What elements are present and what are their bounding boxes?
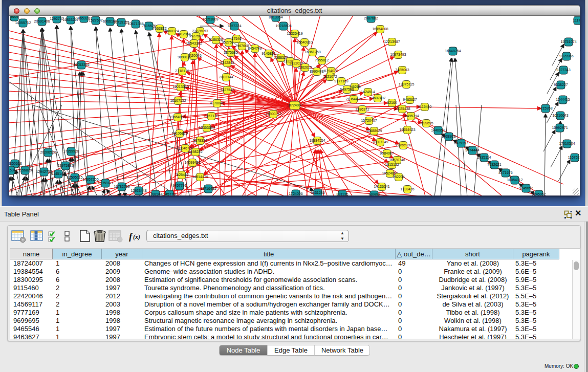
svg-text:8813054: 8813054 bbox=[269, 16, 282, 19]
svg-text:18724007: 18724007 bbox=[287, 103, 302, 107]
svg-text:9474444: 9474444 bbox=[465, 148, 479, 152]
svg-text:16640910: 16640910 bbox=[296, 40, 312, 44]
svg-text:21364436: 21364436 bbox=[345, 97, 361, 101]
svg-text:19654923: 19654923 bbox=[399, 128, 415, 132]
svg-text:19218506: 19218506 bbox=[275, 24, 291, 28]
svg-text:18495794: 18495794 bbox=[403, 114, 419, 118]
svg-text:9115460: 9115460 bbox=[418, 105, 432, 108]
svg-text:17546: 17546 bbox=[231, 37, 242, 40]
svg-text:17010504: 17010504 bbox=[559, 142, 575, 145]
svg-text:15720407: 15720407 bbox=[361, 119, 377, 122]
svg-text:7625402: 7625402 bbox=[175, 173, 188, 177]
svg-text:7857224: 7857224 bbox=[227, 24, 241, 28]
svg-text:2967608: 2967608 bbox=[235, 44, 249, 48]
svg-text:12213987: 12213987 bbox=[384, 40, 400, 43]
svg-text:140953: 140953 bbox=[368, 193, 380, 196]
svg-text:12975115: 12975115 bbox=[399, 82, 415, 86]
svg-text:9084067: 9084067 bbox=[380, 151, 394, 155]
svg-text:13975887: 13975887 bbox=[57, 164, 73, 167]
svg-text:1440951: 1440951 bbox=[431, 128, 445, 132]
svg-text:4170046: 4170046 bbox=[210, 101, 224, 105]
svg-text:5578334: 5578334 bbox=[193, 139, 207, 142]
svg-text:12213363: 12213363 bbox=[172, 85, 188, 89]
svg-text:5498222: 5498222 bbox=[188, 150, 202, 154]
svg-text:252234: 252234 bbox=[393, 175, 404, 179]
svg-text:8267130: 8267130 bbox=[204, 114, 218, 118]
svg-text:9227343: 9227343 bbox=[556, 68, 570, 72]
svg-text:9146821: 9146821 bbox=[262, 52, 275, 55]
svg-text:16782759: 16782759 bbox=[114, 185, 129, 188]
svg-text:10025438: 10025438 bbox=[394, 107, 410, 111]
svg-text:2718176: 2718176 bbox=[175, 69, 189, 73]
svg-text:1292737: 1292737 bbox=[50, 17, 63, 20]
svg-text:13716485: 13716485 bbox=[200, 187, 216, 190]
svg-text:18807249: 18807249 bbox=[372, 140, 388, 144]
svg-text:13325419: 13325419 bbox=[287, 32, 302, 35]
svg-text:10671355: 10671355 bbox=[127, 22, 143, 26]
svg-text:17359928: 17359928 bbox=[63, 149, 79, 153]
svg-text:9245652: 9245652 bbox=[519, 186, 533, 190]
svg-text:10046756: 10046756 bbox=[177, 146, 193, 150]
svg-text:3850618: 3850618 bbox=[9, 162, 22, 165]
svg-text:16648764: 16648764 bbox=[445, 49, 461, 53]
svg-text:1362615: 1362615 bbox=[298, 65, 312, 69]
svg-text:945779: 945779 bbox=[163, 192, 175, 196]
svg-text:9329966: 9329966 bbox=[559, 54, 573, 58]
svg-text:9338227: 9338227 bbox=[554, 83, 568, 86]
svg-text:8186328: 8186328 bbox=[209, 38, 223, 41]
svg-text:16154808: 16154808 bbox=[372, 27, 388, 31]
svg-text:(x): (x) bbox=[133, 233, 140, 240]
svg-text:20206526: 20206526 bbox=[40, 150, 56, 154]
svg-text:3875685: 3875685 bbox=[224, 51, 237, 54]
svg-text:16210643: 16210643 bbox=[552, 114, 568, 117]
svg-text:7632621: 7632621 bbox=[487, 163, 501, 166]
svg-text:6794028: 6794028 bbox=[324, 69, 338, 73]
svg-text:1156829: 1156829 bbox=[18, 168, 32, 172]
svg-text:19384554: 19384554 bbox=[309, 139, 325, 142]
svg-text:6497568: 6497568 bbox=[340, 87, 354, 91]
svg-text:8990448: 8990448 bbox=[310, 70, 323, 73]
svg-text:9463627: 9463627 bbox=[403, 98, 417, 101]
svg-text:9699695: 9699695 bbox=[419, 121, 433, 125]
svg-text:1527602: 1527602 bbox=[89, 18, 102, 22]
svg-text:9527507: 9527507 bbox=[189, 34, 203, 38]
svg-text:19106825: 19106825 bbox=[171, 132, 187, 135]
svg-text:1621072: 1621072 bbox=[323, 75, 337, 78]
svg-text:9245052: 9245052 bbox=[532, 192, 546, 196]
svg-text:62160: 62160 bbox=[387, 101, 397, 104]
svg-text:7955812: 7955812 bbox=[315, 58, 329, 62]
svg-text:2935114: 2935114 bbox=[477, 156, 491, 159]
svg-text:2803144: 2803144 bbox=[219, 75, 233, 79]
svg-text:3427542: 3427542 bbox=[220, 88, 234, 92]
svg-text:15992971: 15992971 bbox=[552, 126, 568, 129]
svg-text:3915341: 3915341 bbox=[9, 168, 18, 172]
svg-text:16961758: 16961758 bbox=[304, 50, 320, 54]
svg-text:8938928: 8938928 bbox=[442, 135, 455, 138]
svg-text:10958117: 10958117 bbox=[98, 181, 114, 185]
svg-text:3215958: 3215958 bbox=[538, 106, 552, 110]
svg-text:7485063: 7485063 bbox=[395, 68, 409, 72]
svg-text:16107552: 16107552 bbox=[170, 99, 186, 102]
svg-text:19654935: 19654935 bbox=[169, 115, 185, 119]
svg-text:20691406: 20691406 bbox=[34, 19, 50, 23]
svg-text:15751074: 15751074 bbox=[560, 40, 576, 43]
svg-text:12923448: 12923448 bbox=[130, 189, 146, 192]
svg-text:14099483: 14099483 bbox=[184, 161, 200, 164]
svg-text:19756928: 19756928 bbox=[395, 143, 411, 147]
svg-text:6479197: 6479197 bbox=[454, 141, 468, 145]
svg-text:10607487: 10607487 bbox=[369, 96, 385, 100]
svg-text:8471676: 8471676 bbox=[498, 171, 512, 174]
svg-text:9777169: 9777169 bbox=[334, 79, 348, 83]
svg-text:12505115: 12505115 bbox=[67, 176, 83, 179]
svg-text:2087682: 2087682 bbox=[364, 16, 378, 20]
svg-text:1724006: 1724006 bbox=[289, 192, 302, 195]
svg-text:16053809: 16053809 bbox=[202, 17, 218, 21]
svg-text:9457791: 9457791 bbox=[172, 184, 186, 187]
svg-text:1244415: 1244415 bbox=[556, 98, 570, 101]
svg-text:9890122: 9890122 bbox=[178, 55, 191, 59]
svg-text:15300213: 15300213 bbox=[265, 112, 281, 116]
svg-text:1145149: 1145149 bbox=[52, 172, 66, 176]
svg-text:26053346: 26053346 bbox=[73, 63, 89, 67]
svg-text:1733426: 1733426 bbox=[400, 187, 414, 191]
svg-text:10688629: 10688629 bbox=[366, 129, 382, 133]
